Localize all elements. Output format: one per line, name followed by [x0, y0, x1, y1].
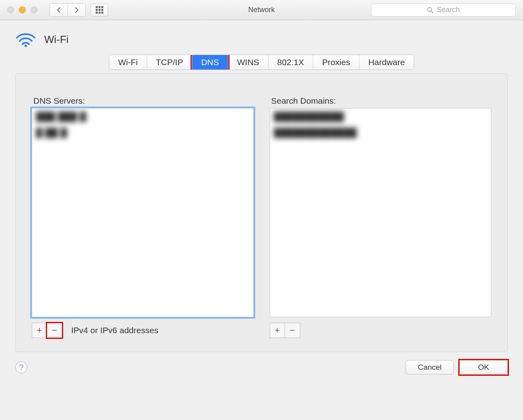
dns-list-footer: + − IPv4 or IPv6 addresses — [32, 323, 254, 338]
search-input[interactable]: Search — [371, 4, 516, 16]
bottom-bar: ? Cancel OK — [0, 352, 523, 375]
help-button[interactable]: ? — [15, 361, 27, 373]
tab-dns[interactable]: DNS — [192, 55, 228, 70]
cancel-button[interactable]: Cancel — [406, 360, 454, 375]
svg-point-2 — [25, 45, 27, 47]
ok-button[interactable]: OK — [459, 360, 508, 375]
add-domain-button[interactable]: + — [270, 323, 285, 338]
dns-server-item[interactable]: █ ██ █ — [32, 125, 253, 141]
dns-servers-label: DNS Servers: — [32, 96, 254, 108]
domains-list-footer: + − — [270, 323, 492, 338]
search-domain-item[interactable]: █████████████ — [270, 125, 491, 141]
zoom-window-button[interactable] — [31, 6, 37, 13]
tab-8021x[interactable]: 802.1X — [268, 55, 313, 70]
add-dns-button[interactable]: + — [32, 323, 47, 338]
traffic-lights — [0, 6, 37, 13]
dns-server-item[interactable]: ███ ███ █ — [32, 109, 253, 125]
grid-icon — [96, 6, 103, 14]
search-placeholder: Search — [437, 6, 459, 14]
interface-label: Wi-Fi — [44, 33, 69, 46]
tab-proxies[interactable]: Proxies — [313, 55, 359, 70]
svg-line-1 — [431, 11, 433, 13]
columns: DNS Servers: ███ ███ █ █ ██ █ + − IPv4 o… — [32, 96, 491, 338]
close-window-button[interactable] — [7, 6, 14, 13]
tabs: Wi-Fi TCP/IP DNS WINS 802.1X Proxies Har… — [109, 55, 414, 70]
tabs-row: Wi-Fi TCP/IP DNS WINS 802.1X Proxies Har… — [0, 55, 523, 70]
chevron-right-icon — [74, 7, 79, 13]
tab-wins[interactable]: WINS — [228, 55, 268, 70]
back-button[interactable] — [50, 4, 68, 16]
search-domains-column: Search Domains: ███████████ ████████████… — [270, 96, 492, 338]
remove-dns-button[interactable]: − — [47, 323, 62, 338]
wifi-icon — [15, 31, 36, 47]
dns-servers-list[interactable]: ███ ███ █ █ ██ █ — [32, 108, 254, 317]
tab-hardware[interactable]: Hardware — [359, 55, 414, 70]
content-pane: DNS Servers: ███ ███ █ █ ██ █ + − IPv4 o… — [15, 73, 508, 352]
window-title: Network — [248, 6, 275, 14]
minimize-window-button[interactable] — [19, 6, 26, 13]
search-domains-list[interactable]: ███████████ █████████████ — [270, 108, 492, 317]
chevron-left-icon — [56, 7, 61, 13]
forward-button[interactable] — [68, 4, 85, 16]
search-domains-label: Search Domains: — [270, 96, 492, 108]
nav-buttons — [49, 3, 86, 17]
tab-tcpip[interactable]: TCP/IP — [147, 55, 192, 70]
titlebar: Network Search — [0, 0, 523, 20]
show-all-button[interactable] — [90, 4, 108, 16]
dns-column: DNS Servers: ███ ███ █ █ ██ █ + − IPv4 o… — [32, 96, 254, 338]
search-domain-item[interactable]: ███████████ — [270, 109, 491, 125]
search-icon — [427, 7, 433, 13]
header: Wi-Fi — [0, 20, 523, 55]
tab-wifi[interactable]: Wi-Fi — [109, 55, 147, 70]
dns-footer-label: IPv4 or IPv6 addresses — [71, 326, 158, 335]
remove-domain-button[interactable]: − — [285, 323, 300, 338]
